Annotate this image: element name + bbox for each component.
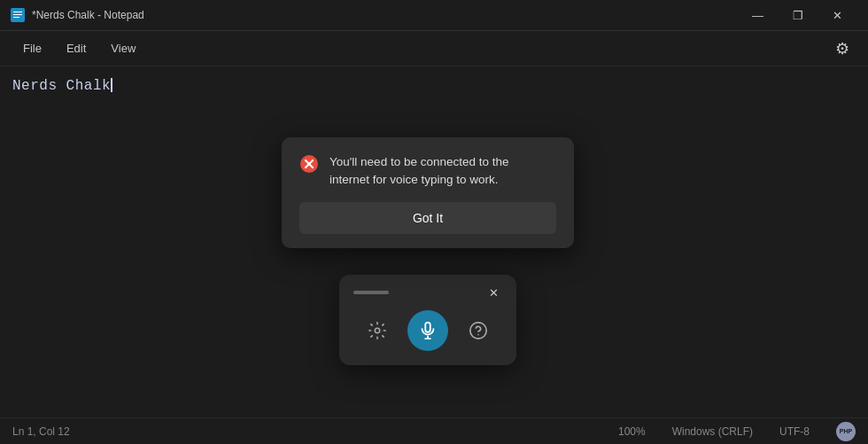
voice-widget: ✕: [339, 275, 516, 365]
help-icon: [469, 321, 488, 340]
line-ending: Windows (CRLF): [672, 425, 753, 438]
settings-icon[interactable]: ⚙: [829, 35, 856, 62]
svg-rect-5: [425, 323, 430, 332]
voice-mic-button[interactable]: [407, 310, 448, 351]
menu-edit[interactable]: Edit: [56, 38, 97, 58]
maximize-button[interactable]: ❐: [778, 0, 818, 31]
menu-bar: File Edit View ⚙: [0, 31, 868, 66]
menu-view[interactable]: View: [100, 38, 146, 58]
zoom-level: 100%: [618, 425, 646, 438]
text-cursor: [111, 78, 112, 92]
editor-content: Nerds Chalk: [12, 78, 111, 94]
cursor-position: Ln 1, Col 12: [12, 425, 70, 438]
window-title: *Nerds Chalk - Notepad: [32, 9, 144, 21]
voice-tooltip-popup: You'll need to be connected to the inter…: [282, 137, 574, 248]
voice-settings-button[interactable]: [360, 314, 394, 347]
voice-widget-header: ✕: [353, 284, 502, 301]
php-badge: PHP: [836, 422, 856, 441]
menu-file[interactable]: File: [12, 38, 52, 58]
app-icon: [11, 8, 25, 22]
menu-items: File Edit View: [12, 38, 146, 58]
svg-point-8: [470, 323, 486, 339]
window-controls: — ❐ ✕: [738, 0, 857, 31]
microphone-icon: [418, 321, 438, 340]
close-button[interactable]: ✕: [818, 0, 857, 31]
gear-icon: [368, 321, 387, 340]
title-bar: *Nerds Chalk - Notepad — ❐ ✕: [0, 0, 868, 31]
encoding: UTF-8: [779, 425, 810, 438]
drag-handle[interactable]: [353, 291, 389, 294]
voice-close-button[interactable]: ✕: [484, 284, 502, 301]
tooltip-header: You'll need to be connected to the inter…: [299, 153, 556, 190]
title-bar-left: *Nerds Chalk - Notepad: [11, 8, 144, 22]
got-it-button[interactable]: Got It: [299, 202, 556, 234]
voice-controls: [353, 310, 502, 351]
error-icon: [299, 154, 319, 174]
voice-help-button[interactable]: [461, 314, 495, 347]
status-bar: Ln 1, Col 12 100% Windows (CRLF) UTF-8 P…: [0, 417, 868, 444]
tooltip-message: You'll need to be connected to the inter…: [329, 153, 509, 190]
minimize-button[interactable]: —: [738, 0, 778, 31]
svg-point-4: [375, 328, 380, 333]
status-right: 100% Windows (CRLF) UTF-8 PHP: [618, 422, 856, 441]
